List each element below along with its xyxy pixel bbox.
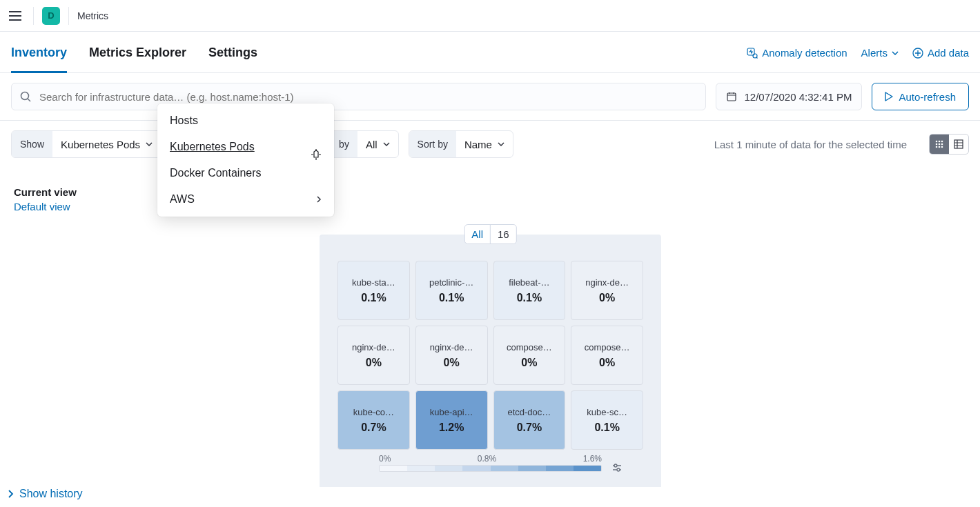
pod-tile-value: 0.1% [517, 292, 542, 304]
menu-toggle-button[interactable] [6, 6, 25, 26]
pod-tile-value: 0% [366, 357, 382, 369]
legend-min: 0% [379, 454, 391, 464]
legend-max: 1.6% [583, 454, 602, 464]
svg-rect-14 [954, 140, 963, 148]
dropdown-option-aws[interactable]: AWS [157, 186, 334, 212]
pod-tile[interactable]: petclinic-…0.1% [415, 261, 488, 320]
pod-tile[interactable]: nginx-de…0% [571, 261, 643, 320]
auto-refresh-button[interactable]: Auto-refresh [872, 83, 969, 110]
show-dropdown-menu: Hosts Kubernetes Pods Docker Containers … [157, 103, 334, 217]
svg-point-15 [614, 464, 617, 467]
plus-circle-icon [912, 48, 923, 59]
svg-point-6 [939, 141, 941, 143]
legend [337, 465, 643, 472]
breadcrumb[interactable]: Metrics [77, 10, 108, 21]
show-dropdown[interactable]: Kubernetes Pods [52, 131, 161, 157]
current-view-link[interactable]: Default view [14, 201, 77, 212]
pod-tile-value: 0% [444, 357, 460, 369]
pod-tile[interactable]: filebeat-…0.1% [493, 261, 566, 320]
search-icon [20, 91, 31, 102]
add-data-label: Add data [928, 47, 969, 59]
groupby-dropdown[interactable]: All [357, 131, 398, 157]
chevron-down-icon [146, 142, 153, 146]
pod-tile[interactable]: compose…0% [571, 326, 643, 385]
pod-tile-value: 0.7% [517, 421, 542, 434]
groupby-label: by [331, 131, 357, 157]
svg-rect-4 [727, 93, 736, 101]
pod-tile-name: nginx-de… [352, 342, 395, 352]
pod-tile-value: 1.2% [439, 421, 464, 434]
play-icon [885, 92, 893, 101]
tab-inventory[interactable]: Inventory [11, 46, 67, 72]
legend-settings-button[interactable] [611, 462, 623, 473]
pod-tile-name: kube-api… [430, 407, 473, 417]
anomaly-detection-link[interactable]: Anomaly detection [747, 47, 847, 59]
pod-tile-name: kube-sc… [587, 407, 627, 417]
dropdown-option-label: Kubernetes Pods [170, 141, 255, 153]
group-pill-count: 16 [491, 225, 516, 243]
divider [68, 7, 69, 25]
pod-tile[interactable]: nginx-de…0% [415, 326, 488, 385]
svg-point-7 [941, 141, 943, 143]
show-filter: Show Kubernetes Pods [11, 130, 161, 158]
filter-row: Show Kubernetes Pods by All Sort by Name… [0, 121, 980, 168]
groupby-filter: by All [330, 130, 398, 158]
sortby-filter: Sort by Name [409, 130, 513, 158]
show-history-label: Show history [19, 488, 83, 500]
search-input[interactable] [38, 90, 697, 103]
legend-bar [379, 465, 602, 472]
dropdown-option-kubernetes-pods[interactable]: Kubernetes Pods [157, 134, 334, 160]
calendar-icon [726, 91, 737, 102]
pod-tile[interactable]: kube-sc…0.1% [571, 390, 643, 450]
pod-tile[interactable]: kube-sta…0.1% [337, 261, 410, 320]
dropdown-option-label: Hosts [170, 115, 198, 127]
alerts-dropdown[interactable]: Alerts [861, 47, 899, 59]
group-pill[interactable]: All 16 [464, 224, 516, 244]
pod-tile-value: 0% [599, 292, 615, 304]
anomaly-detection-label: Anomaly detection [762, 47, 847, 59]
table-view-button[interactable] [949, 135, 968, 154]
svg-point-11 [936, 146, 938, 148]
pod-tile[interactable]: compose…0% [493, 326, 566, 385]
pod-tile[interactable]: kube-co…0.7% [337, 390, 410, 450]
pod-tile[interactable]: kube-api…1.2% [415, 390, 488, 450]
dropdown-option-hosts[interactable]: Hosts [157, 108, 334, 134]
pod-tile-name: nginx-de… [430, 342, 473, 352]
grid-icon [934, 139, 944, 149]
add-data-button[interactable]: Add data [912, 47, 969, 59]
pod-tile-value: 0.1% [594, 421, 619, 434]
search-input-wrapper[interactable] [11, 83, 706, 110]
pod-tile-value: 0.1% [361, 292, 386, 304]
tabs: Inventory Metrics Explorer Settings [11, 46, 257, 72]
pod-tile-name: petclinic-… [429, 277, 473, 288]
chevron-down-icon [383, 142, 390, 146]
pod-tile-value: 0% [521, 357, 537, 369]
svg-point-13 [941, 146, 943, 148]
anomaly-icon [747, 48, 758, 59]
time-picker[interactable]: 12/07/2020 4:32:41 PM [716, 83, 862, 110]
tab-settings[interactable]: Settings [208, 46, 257, 72]
pod-tile-name: kube-sta… [352, 277, 395, 288]
pod-tile-name: filebeat-… [509, 277, 549, 288]
dropdown-option-label: AWS [170, 193, 195, 206]
svg-point-12 [939, 146, 941, 148]
hamburger-icon [9, 11, 21, 21]
tab-actions: Anomaly detection Alerts Add data [747, 47, 969, 71]
alerts-label: Alerts [861, 47, 888, 59]
table-icon [954, 139, 963, 149]
legend-labels: 0% 0.8% 1.6% [337, 454, 643, 464]
sortby-dropdown[interactable]: Name [456, 131, 513, 157]
space-badge[interactable]: D [42, 7, 60, 25]
tab-metrics-explorer[interactable]: Metrics Explorer [89, 46, 186, 72]
svg-point-10 [941, 143, 943, 146]
dropdown-option-docker-containers[interactable]: Docker Containers [157, 160, 334, 186]
chevron-down-icon [498, 142, 504, 146]
pod-tile[interactable]: etcd-doc…0.7% [493, 390, 566, 450]
show-history-button[interactable]: Show history [7, 488, 83, 500]
pod-tile[interactable]: nginx-de…0% [337, 326, 410, 385]
sliders-icon [611, 462, 623, 473]
auto-refresh-label: Auto-refresh [899, 91, 956, 103]
show-label: Show [12, 131, 52, 157]
grid-view-button[interactable] [930, 135, 949, 154]
svg-point-16 [617, 468, 620, 471]
